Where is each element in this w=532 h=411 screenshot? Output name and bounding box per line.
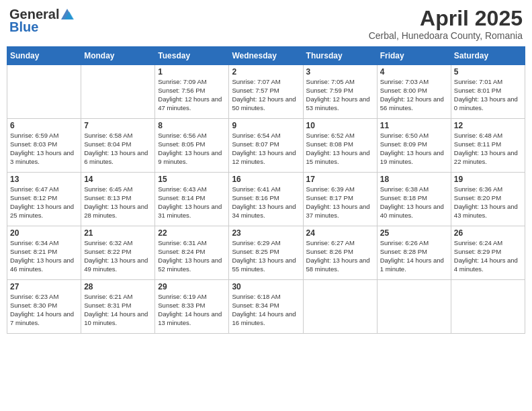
day-info: Sunrise: 6:38 AM Sunset: 8:18 PM Dayligh… bbox=[380, 185, 448, 220]
calendar-cell: 16Sunrise: 6:41 AM Sunset: 8:16 PM Dayli… bbox=[229, 173, 303, 226]
logo-blue: Blue bbox=[9, 19, 38, 35]
day-number: 9 bbox=[232, 121, 300, 130]
calendar-cell: 11Sunrise: 6:50 AM Sunset: 8:09 PM Dayli… bbox=[377, 119, 451, 173]
day-info: Sunrise: 6:52 AM Sunset: 8:08 PM Dayligh… bbox=[306, 132, 374, 166]
calendar-cell: 28Sunrise: 6:21 AM Sunset: 8:31 PM Dayli… bbox=[81, 280, 155, 334]
calendar-cell: 21Sunrise: 6:32 AM Sunset: 8:22 PM Dayli… bbox=[81, 226, 155, 280]
calendar-week-row: 13Sunrise: 6:47 AM Sunset: 8:12 PM Dayli… bbox=[7, 173, 525, 226]
day-number: 23 bbox=[232, 228, 300, 238]
day-info: Sunrise: 6:24 AM Sunset: 8:29 PM Dayligh… bbox=[454, 239, 522, 273]
day-info: Sunrise: 7:07 AM Sunset: 7:57 PM Dayligh… bbox=[232, 78, 300, 112]
calendar-cell: 17Sunrise: 6:39 AM Sunset: 8:17 PM Dayli… bbox=[303, 173, 377, 226]
weekday-header-tuesday: Tuesday bbox=[155, 47, 229, 65]
calendar-cell: 1Sunrise: 7:09 AM Sunset: 7:56 PM Daylig… bbox=[155, 65, 229, 119]
day-number: 22 bbox=[158, 228, 226, 238]
calendar-cell: 23Sunrise: 6:29 AM Sunset: 8:25 PM Dayli… bbox=[229, 226, 303, 280]
day-number: 12 bbox=[454, 121, 522, 130]
calendar-week-row: 1Sunrise: 7:09 AM Sunset: 7:56 PM Daylig… bbox=[7, 65, 525, 119]
calendar-cell: 6Sunrise: 6:59 AM Sunset: 8:03 PM Daylig… bbox=[7, 119, 81, 173]
day-number: 10 bbox=[306, 121, 374, 130]
day-number: 21 bbox=[84, 228, 152, 238]
calendar-cell bbox=[303, 280, 377, 334]
title-block: April 2025 Cerbal, Hunedoara County, Rom… bbox=[369, 7, 523, 41]
day-number: 13 bbox=[10, 175, 78, 184]
day-number: 14 bbox=[84, 175, 152, 184]
calendar-cell: 22Sunrise: 6:31 AM Sunset: 8:24 PM Dayli… bbox=[155, 226, 229, 280]
day-number: 1 bbox=[158, 67, 226, 77]
weekday-header-sunday: Sunday bbox=[7, 47, 81, 65]
calendar-cell: 12Sunrise: 6:48 AM Sunset: 8:11 PM Dayli… bbox=[451, 119, 525, 173]
calendar-cell: 20Sunrise: 6:34 AM Sunset: 8:21 PM Dayli… bbox=[7, 226, 81, 280]
weekday-header-monday: Monday bbox=[81, 47, 155, 65]
day-info: Sunrise: 6:19 AM Sunset: 8:33 PM Dayligh… bbox=[158, 293, 226, 327]
day-info: Sunrise: 6:56 AM Sunset: 8:05 PM Dayligh… bbox=[158, 132, 226, 166]
day-info: Sunrise: 7:09 AM Sunset: 7:56 PM Dayligh… bbox=[158, 78, 226, 112]
calendar-cell bbox=[7, 65, 81, 119]
day-info: Sunrise: 6:29 AM Sunset: 8:25 PM Dayligh… bbox=[232, 239, 300, 273]
calendar-cell: 4Sunrise: 7:03 AM Sunset: 8:00 PM Daylig… bbox=[377, 65, 451, 119]
logo-icon bbox=[60, 7, 75, 22]
day-info: Sunrise: 6:23 AM Sunset: 8:30 PM Dayligh… bbox=[10, 293, 78, 327]
calendar-cell: 5Sunrise: 7:01 AM Sunset: 8:01 PM Daylig… bbox=[451, 65, 525, 119]
calendar-cell: 13Sunrise: 6:47 AM Sunset: 8:12 PM Dayli… bbox=[7, 173, 81, 226]
day-number: 16 bbox=[232, 175, 300, 184]
day-info: Sunrise: 7:01 AM Sunset: 8:01 PM Dayligh… bbox=[454, 78, 522, 112]
day-info: Sunrise: 6:59 AM Sunset: 8:03 PM Dayligh… bbox=[10, 132, 78, 166]
day-number: 15 bbox=[158, 175, 226, 184]
calendar-cell: 15Sunrise: 6:43 AM Sunset: 8:14 PM Dayli… bbox=[155, 173, 229, 226]
day-number: 17 bbox=[306, 175, 374, 184]
calendar-cell: 18Sunrise: 6:38 AM Sunset: 8:18 PM Dayli… bbox=[377, 173, 451, 226]
day-number: 6 bbox=[10, 121, 78, 130]
calendar-cell: 7Sunrise: 6:58 AM Sunset: 8:04 PM Daylig… bbox=[81, 119, 155, 173]
calendar-cell: 3Sunrise: 7:05 AM Sunset: 7:59 PM Daylig… bbox=[303, 65, 377, 119]
day-number: 30 bbox=[232, 282, 300, 291]
day-info: Sunrise: 6:48 AM Sunset: 8:11 PM Dayligh… bbox=[454, 132, 522, 166]
page-header: General Blue April 2025 Cerbal, Hunedoar… bbox=[7, 7, 525, 41]
calendar-cell: 8Sunrise: 6:56 AM Sunset: 8:05 PM Daylig… bbox=[155, 119, 229, 173]
calendar-week-row: 6Sunrise: 6:59 AM Sunset: 8:03 PM Daylig… bbox=[7, 119, 525, 173]
day-number: 28 bbox=[84, 282, 152, 291]
day-number: 7 bbox=[84, 121, 152, 130]
day-number: 19 bbox=[454, 175, 522, 184]
day-info: Sunrise: 6:58 AM Sunset: 8:04 PM Dayligh… bbox=[84, 132, 152, 166]
calendar-cell: 29Sunrise: 6:19 AM Sunset: 8:33 PM Dayli… bbox=[155, 280, 229, 334]
day-info: Sunrise: 6:18 AM Sunset: 8:34 PM Dayligh… bbox=[232, 293, 300, 327]
day-info: Sunrise: 6:47 AM Sunset: 8:12 PM Dayligh… bbox=[10, 185, 78, 220]
day-number: 29 bbox=[158, 282, 226, 291]
day-info: Sunrise: 7:03 AM Sunset: 8:00 PM Dayligh… bbox=[380, 78, 448, 112]
calendar-cell bbox=[377, 280, 451, 334]
location: Cerbal, Hunedoara County, Romania bbox=[369, 30, 523, 41]
day-info: Sunrise: 6:43 AM Sunset: 8:14 PM Dayligh… bbox=[158, 185, 226, 220]
weekday-header-friday: Friday bbox=[377, 47, 451, 65]
calendar-week-row: 20Sunrise: 6:34 AM Sunset: 8:21 PM Dayli… bbox=[7, 226, 525, 280]
day-number: 8 bbox=[158, 121, 226, 130]
calendar-cell: 30Sunrise: 6:18 AM Sunset: 8:34 PM Dayli… bbox=[229, 280, 303, 334]
day-number: 4 bbox=[380, 67, 448, 77]
day-number: 3 bbox=[306, 67, 374, 77]
calendar-week-row: 27Sunrise: 6:23 AM Sunset: 8:30 PM Dayli… bbox=[7, 280, 525, 334]
day-number: 27 bbox=[10, 282, 78, 291]
day-info: Sunrise: 6:39 AM Sunset: 8:17 PM Dayligh… bbox=[306, 185, 374, 220]
calendar-table: SundayMondayTuesdayWednesdayThursdayFrid… bbox=[7, 46, 525, 334]
day-number: 11 bbox=[380, 121, 448, 130]
day-info: Sunrise: 6:54 AM Sunset: 8:07 PM Dayligh… bbox=[232, 132, 300, 166]
day-info: Sunrise: 6:45 AM Sunset: 8:13 PM Dayligh… bbox=[84, 185, 152, 220]
day-info: Sunrise: 6:31 AM Sunset: 8:24 PM Dayligh… bbox=[158, 239, 226, 273]
day-info: Sunrise: 6:32 AM Sunset: 8:22 PM Dayligh… bbox=[84, 239, 152, 273]
day-info: Sunrise: 6:50 AM Sunset: 8:09 PM Dayligh… bbox=[380, 132, 448, 166]
day-number: 25 bbox=[380, 228, 448, 238]
calendar-cell: 27Sunrise: 6:23 AM Sunset: 8:30 PM Dayli… bbox=[7, 280, 81, 334]
day-info: Sunrise: 6:26 AM Sunset: 8:28 PM Dayligh… bbox=[380, 239, 448, 273]
calendar-cell: 19Sunrise: 6:36 AM Sunset: 8:20 PM Dayli… bbox=[451, 173, 525, 226]
day-info: Sunrise: 6:34 AM Sunset: 8:21 PM Dayligh… bbox=[10, 239, 78, 273]
calendar-cell: 9Sunrise: 6:54 AM Sunset: 8:07 PM Daylig… bbox=[229, 119, 303, 173]
day-number: 20 bbox=[10, 228, 78, 238]
day-info: Sunrise: 6:36 AM Sunset: 8:20 PM Dayligh… bbox=[454, 185, 522, 220]
calendar-cell: 24Sunrise: 6:27 AM Sunset: 8:26 PM Dayli… bbox=[303, 226, 377, 280]
calendar-cell bbox=[451, 280, 525, 334]
weekday-header-saturday: Saturday bbox=[451, 47, 525, 65]
day-info: Sunrise: 7:05 AM Sunset: 7:59 PM Dayligh… bbox=[306, 78, 374, 112]
calendar-cell: 26Sunrise: 6:24 AM Sunset: 8:29 PM Dayli… bbox=[451, 226, 525, 280]
month-title: April 2025 bbox=[369, 7, 523, 30]
logo: General Blue bbox=[9, 7, 75, 35]
